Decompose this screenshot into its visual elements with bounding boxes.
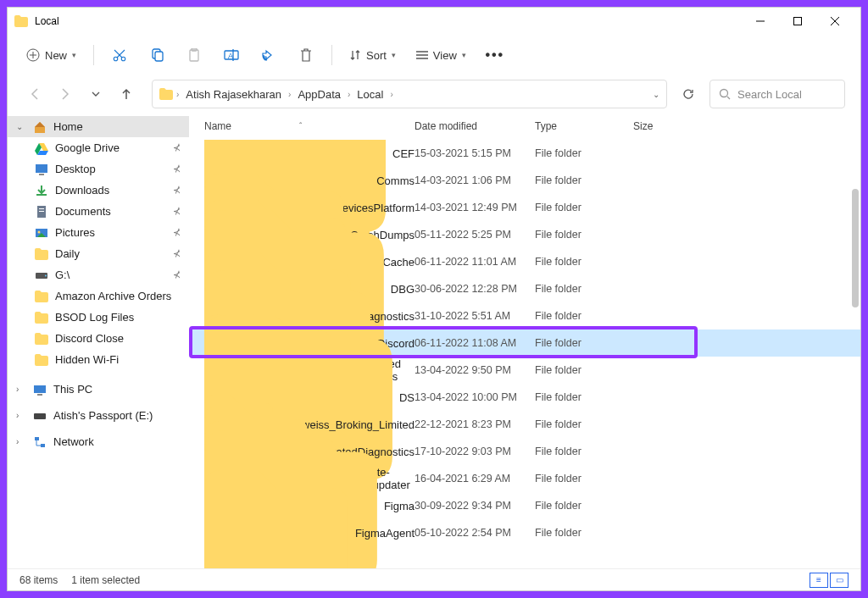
minimize-button[interactable] [742, 8, 779, 34]
svg-point-21 [721, 90, 728, 97]
cut-button[interactable] [103, 40, 136, 70]
file-date: 15-03-2021 5:15 PM [415, 147, 535, 159]
sidebar-thispc[interactable]: › This PC [8, 379, 189, 400]
file-date: 06-11-2022 11:08 AM [415, 337, 535, 349]
file-list[interactable]: CEF15-03-2021 5:15 PMFile folderComms14-… [189, 140, 860, 568]
pin-icon: ⊀ [173, 206, 181, 217]
sidebar-label: Discord Close [55, 332, 124, 345]
file-date: 13-04-2022 9:50 PM [415, 364, 535, 376]
sidebar-item[interactable]: Desktop⊀ [8, 158, 189, 180]
sidebar-home[interactable]: ⌄ Home [8, 116, 189, 137]
clipboard-icon [187, 48, 201, 62]
chevron-right-icon: › [288, 90, 291, 99]
sidebar-label: G:\ [55, 269, 70, 281]
sort-label: Sort [366, 49, 387, 62]
chevron-right-icon: › [176, 90, 179, 99]
new-button[interactable]: New ▾ [18, 43, 85, 67]
status-bar: 68 items 1 item selected ≡ ▭ [8, 568, 860, 590]
file-type: File folder [535, 418, 633, 430]
sidebar-item[interactable]: Google Drive⊀ [8, 137, 189, 158]
rename-button[interactable]: A [214, 40, 248, 70]
view-mode-buttons: ≡ ▭ [810, 573, 849, 588]
column-name[interactable]: Nameˆ [204, 120, 415, 132]
sort-button[interactable]: Sort ▾ [341, 44, 404, 67]
sidebar-item[interactable]: Downloads⊀ [8, 180, 189, 201]
search-input[interactable]: Search Local [709, 80, 845, 108]
file-name: FigmaAgent [355, 527, 415, 540]
address-bar[interactable]: › Atish Rajasekharan › AppData › Local ›… [152, 80, 667, 108]
scrollbar[interactable] [852, 189, 859, 307]
svg-rect-38 [35, 437, 39, 440]
pc-icon [33, 383, 47, 396]
sidebar-item[interactable]: Hidden Wi-Fi [8, 349, 189, 370]
sidebar-label: Daily [55, 247, 80, 260]
drive-icon [33, 409, 47, 423]
sidebar-label: Documents [55, 205, 111, 218]
file-date: 16-04-2021 6:29 AM [415, 473, 535, 484]
sidebar-passport[interactable]: › Atish's Passport (E:) [8, 405, 189, 426]
file-type: File folder [535, 527, 633, 539]
svg-rect-37 [34, 413, 46, 419]
pin-icon: ⊀ [173, 248, 181, 259]
copy-button[interactable] [140, 40, 174, 70]
share-icon [262, 48, 275, 62]
refresh-button[interactable] [674, 80, 703, 108]
forward-button[interactable] [53, 82, 77, 106]
sort-asc-icon: ˆ [299, 122, 302, 131]
breadcrumb-item[interactable]: AppData [294, 86, 344, 102]
recent-dropdown[interactable] [84, 82, 108, 106]
file-date: 14-03-2021 1:06 PM [415, 174, 535, 186]
column-size[interactable]: Size [633, 120, 701, 132]
sidebar-item[interactable]: Pictures⊀ [8, 222, 189, 243]
list-icon [416, 50, 428, 60]
main-pane: Nameˆ Date modified Type Size CEF15-03-2… [189, 113, 860, 568]
item-count: 68 items [19, 574, 58, 586]
sort-icon [349, 49, 361, 61]
column-type[interactable]: Type [535, 120, 633, 132]
maximize-button[interactable] [779, 8, 816, 34]
column-date[interactable]: Date modified [415, 120, 535, 132]
thumbnails-view-button[interactable]: ▭ [830, 573, 849, 588]
sidebar-item[interactable]: G:\⊀ [8, 264, 189, 285]
sidebar-item[interactable]: Documents⊀ [8, 201, 189, 222]
more-button[interactable]: ••• [478, 40, 512, 70]
file-row[interactable]: FigmaAgent05-10-2022 2:54 PMFile folder [189, 519, 860, 546]
sidebar-item[interactable]: BSOD Log Files [8, 307, 189, 328]
file-date: 05-10-2022 2:54 PM [415, 527, 535, 539]
file-type: File folder [535, 391, 633, 403]
paste-button[interactable] [177, 40, 211, 70]
sidebar-item[interactable]: Amazon Archive Orders [8, 285, 189, 307]
file-type: File folder [535, 310, 633, 322]
file-type: File folder [535, 202, 633, 213]
sidebar-network[interactable]: › Network [8, 431, 189, 452]
file-type: File folder [535, 283, 633, 295]
view-button[interactable]: View ▾ [408, 44, 475, 67]
sidebar-label: Amazon Archive Orders [55, 290, 171, 302]
view-label: View [433, 49, 457, 62]
pin-icon: ⊀ [173, 163, 181, 174]
file-date: 30-06-2022 12:28 PM [415, 283, 535, 295]
chevron-down-icon[interactable]: ⌄ [653, 90, 659, 99]
breadcrumb-item[interactable]: Atish Rajasekharan [182, 86, 285, 102]
ellipsis-icon: ••• [485, 47, 504, 63]
sidebar-item[interactable]: Daily⊀ [8, 243, 189, 264]
file-type: File folder [535, 229, 633, 241]
file-date: 17-10-2022 9:03 PM [415, 446, 535, 457]
share-button[interactable] [252, 40, 286, 70]
sidebar-label: BSOD Log Files [55, 311, 134, 324]
copy-icon [150, 48, 164, 62]
svg-rect-27 [39, 174, 44, 175]
sidebar-item[interactable]: Discord Close [8, 328, 189, 349]
breadcrumb-item[interactable]: Local [353, 86, 387, 102]
file-type: File folder [535, 446, 633, 457]
back-button[interactable] [23, 82, 47, 106]
delete-button[interactable] [289, 40, 323, 70]
details-view-button[interactable]: ≡ [810, 573, 828, 588]
chevron-right-icon: › [390, 90, 392, 99]
close-button[interactable] [816, 8, 854, 34]
toolbar: New ▾ A Sort ▾ View ▾ ••• [8, 35, 860, 75]
svg-text:A: A [228, 52, 233, 60]
sidebar-label: Network [53, 435, 94, 448]
up-button[interactable] [114, 82, 138, 106]
file-date: 14-03-2021 12:49 PM [415, 202, 535, 213]
